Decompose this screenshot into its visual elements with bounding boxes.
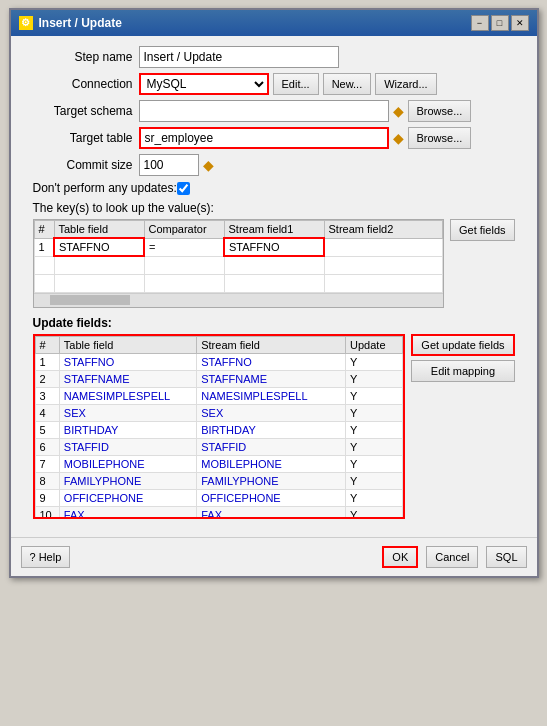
target-schema-label: Target schema [23, 104, 133, 118]
no-updates-row: Don't perform any updates: [23, 181, 525, 195]
help-button[interactable]: ? Help [21, 546, 71, 568]
sql-button[interactable]: SQL [486, 546, 526, 568]
col-comparator-header: Comparator [144, 221, 224, 239]
update-row-10-table_field: FAX [59, 506, 196, 519]
update-section: Update fields: # Table field Stream fiel… [23, 316, 525, 519]
keys-row-1: 1 STAFFNO = STAFFNO [34, 238, 443, 256]
update-table-wrap: # Table field Stream field Update 1STAFF… [33, 334, 406, 519]
connection-controls: MySQL Edit... New... Wizard... [139, 73, 437, 95]
close-button[interactable]: ✕ [511, 15, 529, 31]
update-row-3-table_field: NAMESIMPLESPELL [59, 387, 196, 404]
edit-mapping-button[interactable]: Edit mapping [411, 360, 514, 382]
minimize-button[interactable]: − [471, 15, 489, 31]
step-name-row: Step name [23, 46, 525, 68]
keys-row-1-stream2 [324, 238, 443, 256]
update-row-2-stream_field: STAFFNAME [197, 370, 346, 387]
update-section-label: Update fields: [33, 316, 515, 330]
update-row-4-num: 4 [35, 404, 59, 421]
update-row-8-num: 8 [35, 472, 59, 489]
update-row-5: 5BIRTHDAYBIRTHDAYY [35, 421, 403, 438]
keys-row-1-num: 1 [34, 238, 54, 256]
update-row-7-num: 7 [35, 455, 59, 472]
schema-diamond-icon: ◆ [393, 103, 404, 119]
update-row-2: 2STAFFNAMESTAFFNAMEY [35, 370, 403, 387]
update-row-7: 7MOBILEPHONEMOBILEPHONEY [35, 455, 403, 472]
col-num-header: # [34, 221, 54, 239]
get-fields-btn-wrap: Get fields [450, 219, 514, 241]
schema-browse-button[interactable]: Browse... [408, 100, 472, 122]
update-row-1-table_field: STAFFNO [59, 353, 196, 370]
update-row-9-stream_field: OFFICEPHONE [197, 489, 346, 506]
keys-label: The key(s) to look up the value(s): [23, 201, 525, 215]
update-row-8-table_field: FAMILYPHONE [59, 472, 196, 489]
keys-row-3 [34, 274, 443, 292]
footer: ? Help OK Cancel SQL [11, 537, 537, 576]
update-row-4-table_field: SEX [59, 404, 196, 421]
update-row-5-update: Y [346, 421, 403, 438]
get-fields-button[interactable]: Get fields [450, 219, 514, 241]
window-icon: ⚙ [19, 16, 33, 30]
update-row-10-update: Y [346, 506, 403, 519]
ok-button[interactable]: OK [382, 546, 418, 568]
title-bar-left: ⚙ Insert / Update [19, 16, 122, 30]
update-row-4: 4SEXSEXY [35, 404, 403, 421]
update-row-1: 1STAFFNOSTAFFNOY [35, 353, 403, 370]
update-row-6-num: 6 [35, 438, 59, 455]
update-row-1-stream_field: STAFFNO [197, 353, 346, 370]
step-name-input[interactable] [139, 46, 339, 68]
main-window: ⚙ Insert / Update − □ ✕ Step name Connec… [9, 8, 539, 578]
cancel-button[interactable]: Cancel [426, 546, 478, 568]
update-table-area: # Table field Stream field Update 1STAFF… [33, 334, 515, 519]
window-title: Insert / Update [39, 16, 122, 30]
keys-row-1-stream1: STAFFNO [224, 238, 324, 256]
new-button[interactable]: New... [323, 73, 372, 95]
keys-horizontal-scrollbar[interactable] [34, 293, 444, 307]
update-row-10-num: 10 [35, 506, 59, 519]
target-table-input[interactable] [139, 127, 389, 149]
update-row-7-table_field: MOBILEPHONE [59, 455, 196, 472]
update-row-7-stream_field: MOBILEPHONE [197, 455, 346, 472]
keys-table: # Table field Comparator Stream field1 S… [33, 219, 445, 308]
step-name-label: Step name [23, 50, 133, 64]
edit-button[interactable]: Edit... [273, 73, 319, 95]
update-row-6-update: Y [346, 438, 403, 455]
target-table-label: Target table [23, 131, 133, 145]
no-updates-label: Don't perform any updates: [33, 181, 177, 195]
col-stream1-header: Stream field1 [224, 221, 324, 239]
keys-scrollbar-thumb[interactable] [50, 295, 130, 305]
connection-select[interactable]: MySQL [139, 73, 269, 95]
target-table-row: Target table ◆ Browse... [23, 127, 525, 149]
keys-row-2 [34, 256, 443, 274]
title-bar-controls[interactable]: − □ ✕ [471, 15, 529, 31]
table-diamond-icon: ◆ [393, 130, 404, 146]
update-row-7-update: Y [346, 455, 403, 472]
update-row-3-stream_field: NAMESIMPLESPELL [197, 387, 346, 404]
update-row-9-table_field: OFFICEPHONE [59, 489, 196, 506]
update-col-table-field: Table field [59, 336, 196, 353]
keys-row-1-table-field: STAFFNO [54, 238, 144, 256]
update-row-4-update: Y [346, 404, 403, 421]
commit-size-input[interactable] [139, 154, 199, 176]
update-col-stream-field: Stream field [197, 336, 346, 353]
update-row-8-update: Y [346, 472, 403, 489]
update-row-2-update: Y [346, 370, 403, 387]
table-browse-button[interactable]: Browse... [408, 127, 472, 149]
update-row-9: 9OFFICEPHONEOFFICEPHONEY [35, 489, 403, 506]
commit-diamond-icon: ◆ [203, 157, 214, 173]
update-row-10-stream_field: FAX [197, 506, 346, 519]
update-row-1-num: 1 [35, 353, 59, 370]
update-row-10: 10FAXFAXY [35, 506, 403, 519]
update-row-3: 3NAMESIMPLESPELLNAMESIMPLESPELLY [35, 387, 403, 404]
target-schema-controls: ◆ Browse... [139, 100, 472, 122]
commit-size-row: Commit size ◆ [23, 154, 525, 176]
no-updates-checkbox[interactable] [177, 182, 190, 195]
get-update-fields-button[interactable]: Get update fields [411, 334, 514, 356]
wizard-button[interactable]: Wizard... [375, 73, 436, 95]
connection-row: Connection MySQL Edit... New... Wizard..… [23, 73, 525, 95]
update-table: # Table field Stream field Update 1STAFF… [35, 336, 404, 519]
maximize-button[interactable]: □ [491, 15, 509, 31]
update-row-9-num: 9 [35, 489, 59, 506]
update-row-8-stream_field: FAMILYPHONE [197, 472, 346, 489]
target-schema-input[interactable] [139, 100, 389, 122]
update-row-2-table_field: STAFFNAME [59, 370, 196, 387]
